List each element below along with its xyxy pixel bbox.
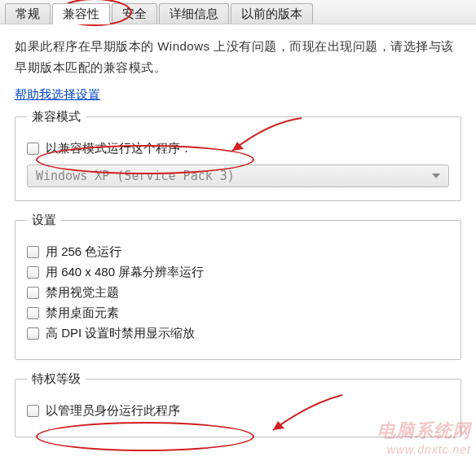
- run-256-colors-label: 用 256 色运行: [46, 244, 121, 260]
- chevron-down-icon: [432, 173, 440, 178]
- description-text: 如果此程序在早期版本的 Windows 上没有问题，而现在出现问题，请选择与该早…: [15, 36, 461, 77]
- tab-bar: 常规 兼容性 安全 详细信息 以前的版本: [0, 0, 476, 24]
- run-640x480-checkbox[interactable]: [27, 266, 39, 279]
- tab-security[interactable]: 安全: [112, 3, 157, 24]
- tab-previous-versions[interactable]: 以前的版本: [231, 3, 313, 24]
- tab-general[interactable]: 常规: [5, 3, 51, 24]
- disable-dpi-scaling-label: 高 DPI 设置时禁用显示缩放: [46, 326, 195, 341]
- disable-visual-themes-checkbox[interactable]: [27, 287, 39, 299]
- tab-content: 如果此程序在早期版本的 Windows 上没有问题，而现在出现问题，请选择与该早…: [0, 24, 476, 460]
- run-as-admin-checkbox[interactable]: [27, 405, 39, 417]
- settings-legend: 设置: [27, 213, 61, 228]
- compat-mode-label: 以兼容模式运行这个程序：: [46, 141, 192, 156]
- compat-mode-legend: 兼容模式: [27, 109, 86, 125]
- privilege-legend: 特权等级: [27, 371, 86, 387]
- disable-desktop-comp-checkbox[interactable]: [27, 307, 39, 319]
- compat-mode-group: 兼容模式 以兼容模式运行这个程序： Windows XP (Service Pa…: [15, 109, 461, 201]
- compat-os-dropdown[interactable]: Windows XP (Service Pack 3): [27, 165, 449, 187]
- disable-desktop-comp-label: 禁用桌面元素: [46, 305, 119, 321]
- disable-dpi-scaling-checkbox[interactable]: [27, 327, 39, 340]
- run-256-colors-checkbox[interactable]: [27, 246, 39, 258]
- compat-mode-checkbox[interactable]: [27, 143, 39, 155]
- privilege-group: 特权等级 以管理员身份运行此程序: [15, 371, 461, 437]
- compat-os-value: Windows XP (Service Pack 3): [36, 169, 235, 183]
- tab-details[interactable]: 详细信息: [159, 3, 229, 24]
- run-640x480-label: 用 640 x 480 屏幕分辨率运行: [46, 265, 204, 280]
- run-as-admin-label: 以管理员身份运行此程序: [46, 403, 180, 419]
- disable-visual-themes-label: 禁用视觉主题: [46, 285, 119, 301]
- settings-group: 设置 用 256 色运行 用 640 x 480 屏幕分辨率运行 禁用视觉主题 …: [15, 213, 461, 360]
- help-link[interactable]: 帮助我选择设置: [15, 87, 100, 103]
- tab-compatibility[interactable]: 兼容性: [52, 3, 110, 24]
